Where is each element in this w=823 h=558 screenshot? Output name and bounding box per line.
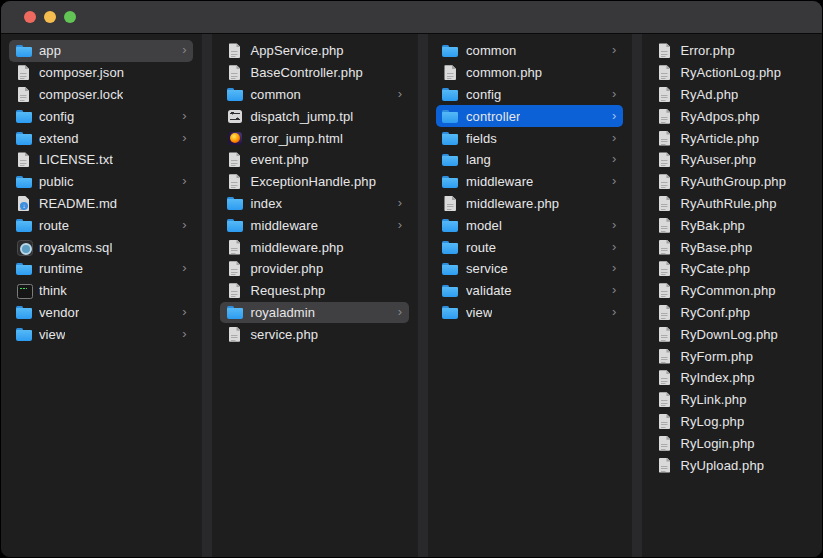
- file-row-appservice-php[interactable]: AppService.php: [220, 40, 408, 62]
- file-row-royaladmin[interactable]: royaladmin›: [220, 302, 408, 324]
- chevron-right-icon: ›: [398, 305, 402, 320]
- file-row-ryarticle-php[interactable]: RyArticle.php: [650, 127, 813, 149]
- file-row-rylogin-php[interactable]: RyLogin.php: [650, 432, 813, 454]
- file-label: composer.lock: [39, 87, 123, 102]
- file-row-app[interactable]: app›: [9, 40, 193, 62]
- chevron-right-icon: ›: [612, 261, 616, 276]
- folder-icon: [226, 304, 243, 321]
- file-row-ryauser-php[interactable]: RyAuser.php: [650, 149, 813, 171]
- file-label: RyLog.php: [680, 414, 744, 429]
- folder-icon: [15, 260, 32, 277]
- file-row-ryindex-php[interactable]: RyIndex.php: [650, 367, 813, 389]
- folder-icon: [226, 195, 243, 212]
- file-row-ryadpos-php[interactable]: RyAdpos.php: [650, 105, 813, 127]
- file-row-ryad-php[interactable]: RyAd.php: [650, 84, 813, 106]
- file-row-basecontroller-php[interactable]: BaseController.php: [220, 62, 408, 84]
- chevron-right-icon: ›: [612, 131, 616, 146]
- file-row-runtime[interactable]: runtime›: [9, 258, 193, 280]
- file-row-route[interactable]: route›: [9, 214, 193, 236]
- file-row-ryauthrule-php[interactable]: RyAuthRule.php: [650, 193, 813, 215]
- minimize-button[interactable]: [44, 11, 56, 23]
- file-row-common[interactable]: common›: [220, 84, 408, 106]
- file-label: RyCommon.php: [680, 283, 775, 298]
- file-row-ryactionlog-php[interactable]: RyActionLog.php: [650, 62, 813, 84]
- file-row-request-php[interactable]: Request.php: [220, 280, 408, 302]
- file-label: common: [250, 87, 300, 102]
- chevron-right-icon: ›: [612, 305, 616, 320]
- file-row-rylink-php[interactable]: RyLink.php: [650, 389, 813, 411]
- file-label: Request.php: [250, 283, 325, 298]
- file-label: ExceptionHandle.php: [250, 174, 376, 189]
- file-row-middleware[interactable]: middleware›: [220, 214, 408, 236]
- file-row-view[interactable]: view›: [436, 302, 623, 324]
- file-row-provider-php[interactable]: provider.php: [220, 258, 408, 280]
- file-label: RyLink.php: [680, 392, 746, 407]
- folder-icon: [442, 151, 459, 168]
- file-row-controller[interactable]: controller›: [436, 105, 623, 127]
- file-row-common-php[interactable]: common.php: [436, 62, 623, 84]
- file-row-error-jump-html[interactable]: error_jump.html: [220, 127, 408, 149]
- file-row-extend[interactable]: extend›: [9, 127, 193, 149]
- file-row-index[interactable]: index›: [220, 193, 408, 215]
- file-row-config[interactable]: config›: [436, 84, 623, 106]
- file-label: RyLogin.php: [680, 436, 754, 451]
- file-label: middleware.php: [466, 196, 559, 211]
- file-label: error_jump.html: [250, 131, 343, 146]
- file-row-composer-json[interactable]: composer.json: [9, 62, 193, 84]
- file-row-vendor[interactable]: vendor›: [9, 302, 193, 324]
- file-row-service-php[interactable]: service.php: [220, 323, 408, 345]
- file-row-ryform-php[interactable]: RyForm.php: [650, 345, 813, 367]
- file-row-rycate-php[interactable]: RyCate.php: [650, 258, 813, 280]
- file-label: RyAd.php: [680, 87, 738, 102]
- column-divider[interactable]: [632, 34, 642, 557]
- file-row-think[interactable]: think: [9, 280, 193, 302]
- chevron-right-icon: ›: [612, 109, 616, 124]
- file-row-middleware[interactable]: middleware›: [436, 171, 623, 193]
- file-row-rybak-php[interactable]: RyBak.php: [650, 214, 813, 236]
- file-column-1[interactable]: app›composer.jsoncomposer.lockconfig›ext…: [1, 34, 202, 557]
- file-row-composer-lock[interactable]: composer.lock: [9, 84, 193, 106]
- close-button[interactable]: [24, 11, 36, 23]
- file-row-model[interactable]: model›: [436, 214, 623, 236]
- file-row-rybase-php[interactable]: RyBase.php: [650, 236, 813, 258]
- file-row-rydownlog-php[interactable]: RyDownLog.php: [650, 323, 813, 345]
- file-label: index: [250, 196, 282, 211]
- file-row-event-php[interactable]: event.php: [220, 149, 408, 171]
- chevron-right-icon: ›: [612, 218, 616, 233]
- file-row-middleware-php[interactable]: middleware.php: [436, 193, 623, 215]
- file-column-3[interactable]: common›common.phpconfig›controller›field…: [428, 34, 632, 557]
- file-row-service[interactable]: service›: [436, 258, 623, 280]
- file-row-dispatch-jump-tpl[interactable]: dispatch_jump.tpl: [220, 105, 408, 127]
- file-column-2[interactable]: AppService.phpBaseController.phpcommon›d…: [212, 34, 417, 557]
- file-row-ryupload-php[interactable]: RyUpload.php: [650, 454, 813, 476]
- file-row-royalcms-sql[interactable]: royalcms.sql: [9, 236, 193, 258]
- file-row-fields[interactable]: fields›: [436, 127, 623, 149]
- file-row-rycommon-php[interactable]: RyCommon.php: [650, 280, 813, 302]
- file-row-lang[interactable]: lang›: [436, 149, 623, 171]
- document-icon: [226, 64, 243, 81]
- file-label: royalcms.sql: [39, 240, 112, 255]
- folder-icon: [15, 326, 32, 343]
- file-column-4[interactable]: Error.phpRyActionLog.phpRyAd.phpRyAdpos.…: [642, 34, 822, 557]
- file-row-exceptionhandle-php[interactable]: ExceptionHandle.php: [220, 171, 408, 193]
- file-row-route[interactable]: route›: [436, 236, 623, 258]
- titlebar[interactable]: [1, 1, 822, 34]
- file-row-readme-md[interactable]: README.md: [9, 193, 193, 215]
- file-row-view[interactable]: view›: [9, 323, 193, 345]
- file-label: royaladmin: [250, 305, 315, 320]
- folder-icon: [442, 217, 459, 234]
- file-label: validate: [466, 283, 512, 298]
- file-row-common[interactable]: common›: [436, 40, 623, 62]
- column-divider[interactable]: [418, 34, 428, 557]
- file-row-middleware-php[interactable]: middleware.php: [220, 236, 408, 258]
- file-row-ryconf-php[interactable]: RyConf.php: [650, 302, 813, 324]
- zoom-button[interactable]: [64, 11, 76, 23]
- file-row-public[interactable]: public›: [9, 171, 193, 193]
- file-row-error-php[interactable]: Error.php: [650, 40, 813, 62]
- column-divider[interactable]: [202, 34, 212, 557]
- file-row-ryauthgroup-php[interactable]: RyAuthGroup.php: [650, 171, 813, 193]
- file-row-license-txt[interactable]: LICENSE.txt: [9, 149, 193, 171]
- file-row-rylog-php[interactable]: RyLog.php: [650, 411, 813, 433]
- file-row-validate[interactable]: validate›: [436, 280, 623, 302]
- file-row-config[interactable]: config›: [9, 105, 193, 127]
